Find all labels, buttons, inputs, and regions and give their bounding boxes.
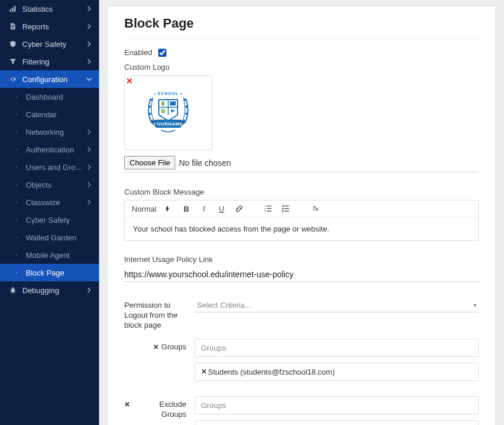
sidebar-item-cyber-safety[interactable]: Cyber Safety: [0, 35, 99, 53]
sidebar-item-label: Classwize: [26, 198, 86, 207]
exclude-groups-placeholder: Groups: [201, 401, 226, 410]
svg-rect-2: [14, 6, 15, 12]
bullet-icon: ●: [12, 131, 21, 133]
sidebar-item-reports[interactable]: Reports: [0, 18, 99, 35]
choose-file-button[interactable]: Choose File: [124, 156, 175, 169]
remove-group-tag-button[interactable]: ✕: [201, 368, 207, 376]
sidebar-item-label: Cyber Safety: [22, 40, 86, 49]
remove-logo-button[interactable]: ✕: [126, 77, 133, 85]
criteria-select-placeholder: Select Criteria...: [197, 301, 251, 310]
groups-tag-text: Students (students@fzschool18.com): [208, 368, 335, 376]
sidebar-subitem-classwize[interactable]: ●Classwize: [0, 193, 99, 211]
sidebar-subitem-dashboard[interactable]: ●Dashboard: [0, 88, 99, 106]
sidebar-item-filtering[interactable]: Filtering: [0, 53, 99, 70]
svg-rect-1: [12, 8, 13, 12]
groups-tag: ✕ Students (students@fzschool18.com): [195, 363, 479, 381]
bullet-icon: ●: [12, 96, 21, 98]
underline-button[interactable]: U: [217, 205, 226, 213]
sidebar-item-label: Filtering: [22, 57, 86, 66]
svg-point-30: [282, 208, 284, 210]
unordered-list-button[interactable]: [281, 205, 291, 213]
svg-rect-29: [284, 206, 289, 206]
svg-rect-0: [10, 9, 11, 12]
criteria-select[interactable]: Select Criteria... ▼: [195, 298, 479, 312]
sidebar-item-label: Networking: [26, 128, 86, 137]
sidebar-item-configuration[interactable]: Configuration: [0, 70, 99, 88]
ordered-list-button[interactable]: 123: [264, 205, 273, 213]
svg-point-32: [282, 210, 284, 212]
sidebar-subitem-objects[interactable]: ●Objects: [0, 176, 99, 193]
chevron-right-icon: [86, 164, 92, 170]
logo-preview: ✕ • SCHOOL •: [124, 75, 212, 150]
clear-format-button[interactable]: T: [311, 205, 320, 213]
svg-point-13: [185, 113, 188, 115]
chevron-right-icon: [86, 59, 92, 64]
svg-rect-27: [267, 211, 271, 212]
bold-button[interactable]: B: [182, 205, 191, 213]
sidebar-subitem-users-and-groups[interactable]: ●Users and Groups: [0, 158, 99, 176]
sidebar-item-statistics[interactable]: Statistics: [0, 0, 99, 18]
bullet-icon: ●: [12, 219, 21, 221]
chevron-right-icon: [86, 287, 92, 293]
bullet-icon: ●: [12, 183, 21, 186]
sidebar-item-label: Authentication: [26, 145, 86, 154]
remove-exclude-criteria-button[interactable]: ✕: [124, 400, 130, 410]
sidebar-subitem-mobile-agent[interactable]: ●Mobile Agent: [0, 246, 99, 264]
bullet-icon: ●: [12, 113, 21, 115]
block-page-panel: Block Page Enabled Custom Logo ✕: [107, 6, 496, 425]
chevron-down-icon: [86, 77, 92, 81]
svg-point-12: [149, 113, 151, 115]
svg-point-28: [282, 205, 284, 207]
italic-button[interactable]: I: [199, 204, 209, 213]
bullet-icon: ●: [12, 236, 21, 239]
custom-logo-label: Custom Logo: [124, 63, 479, 72]
svg-text:3: 3: [264, 210, 266, 213]
sort-icon: ▲▼: [165, 206, 170, 212]
groups-label: Groups: [161, 342, 186, 352]
svg-rect-31: [284, 208, 289, 209]
bug-icon: [8, 287, 18, 294]
sidebar: Statistics Reports Cyber Safety: [0, 0, 99, 425]
rich-text-editor: Normal ▲▼ B I U 123: [124, 200, 479, 241]
svg-rect-4: [12, 26, 15, 27]
svg-rect-23: [267, 206, 271, 206]
sidebar-item-debugging[interactable]: Debugging: [0, 281, 99, 299]
sidebar-subitem-authentication[interactable]: ●Authentication: [0, 141, 99, 158]
format-select-value: Normal: [132, 205, 156, 213]
enabled-checkbox[interactable]: [158, 49, 166, 57]
chevron-right-icon: [86, 41, 92, 47]
format-select[interactable]: Normal ▲▼: [131, 205, 173, 213]
report-icon: [8, 23, 18, 30]
chevron-right-icon: [86, 6, 92, 12]
rich-text-toolbar: Normal ▲▼ B I U 123: [125, 200, 478, 217]
svg-point-11: [185, 106, 188, 108]
remove-groups-criteria-button[interactable]: ✕: [153, 342, 159, 352]
svg-rect-19: [162, 101, 164, 106]
statistics-icon: [8, 5, 18, 12]
groups-input[interactable]: Groups: [195, 339, 479, 357]
filter-icon: [8, 58, 18, 65]
sidebar-item-label: Mobile Agent: [26, 251, 92, 260]
sidebar-subitem-cyber-safety[interactable]: ●Cyber Safety: [0, 211, 99, 229]
svg-point-6: [11, 288, 15, 293]
svg-rect-5: [12, 28, 13, 28]
sidebar-subitem-networking[interactable]: ●Networking: [0, 123, 99, 141]
sidebar-item-label: Statistics: [22, 5, 86, 13]
svg-rect-33: [284, 211, 289, 212]
sidebar-item-label: Walled Garden: [26, 233, 92, 242]
policy-link-label: Internet Usage Policy Link: [124, 255, 479, 264]
exclude-groups-input[interactable]: Groups: [195, 396, 479, 414]
block-message-body[interactable]: Your school has blocked access from the …: [125, 217, 478, 240]
file-status: No file chosen: [179, 158, 231, 168]
exclude-groups-label: Exclude Groups: [132, 400, 186, 420]
chevron-right-icon: [86, 23, 92, 29]
sidebar-subitem-calendar[interactable]: ●Calendar: [0, 106, 99, 123]
bullet-icon: ●: [12, 166, 21, 168]
link-button[interactable]: [234, 205, 244, 213]
sidebar-item-label: Calendar: [26, 110, 92, 119]
sidebar-subitem-walled-garden[interactable]: ●Walled Garden: [0, 229, 99, 246]
sidebar-subitem-block-page[interactable]: ●Block Page: [0, 264, 99, 281]
svg-rect-25: [267, 208, 271, 209]
groups-placeholder: Groups: [201, 344, 226, 352]
policy-link-input[interactable]: [124, 267, 479, 282]
